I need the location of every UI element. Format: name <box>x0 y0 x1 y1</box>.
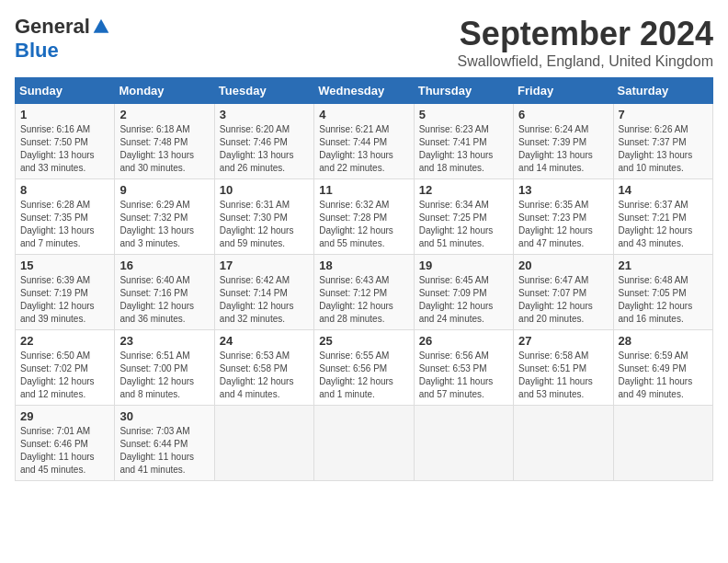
week-row-2: 8Sunrise: 6:28 AM Sunset: 7:35 PM Daylig… <box>16 179 713 255</box>
day-number: 13 <box>518 183 608 197</box>
day-info: Sunrise: 6:48 AM Sunset: 7:05 PM Dayligh… <box>619 274 708 326</box>
day-cell-28: 28Sunrise: 6:59 AM Sunset: 6:49 PM Dayli… <box>613 330 712 406</box>
day-number: 2 <box>119 108 209 121</box>
day-info: Sunrise: 6:24 AM Sunset: 7:39 PM Dayligh… <box>518 123 608 175</box>
day-cell-6: 6Sunrise: 6:24 AM Sunset: 7:39 PM Daylig… <box>514 104 613 179</box>
day-cell-7: 7Sunrise: 6:26 AM Sunset: 7:37 PM Daylig… <box>613 104 712 179</box>
empty-cell <box>214 406 313 481</box>
day-info: Sunrise: 7:01 AM Sunset: 6:46 PM Dayligh… <box>20 425 109 477</box>
day-info: Sunrise: 6:51 AM Sunset: 7:00 PM Dayligh… <box>119 350 209 401</box>
day-info: Sunrise: 6:21 AM Sunset: 7:44 PM Dayligh… <box>319 123 408 175</box>
day-cell-18: 18Sunrise: 6:43 AM Sunset: 7:12 PM Dayli… <box>314 255 414 330</box>
day-cell-20: 20Sunrise: 6:47 AM Sunset: 7:07 PM Dayli… <box>514 255 613 330</box>
weekday-header-sunday: Sunday <box>16 78 115 104</box>
day-cell-29: 29Sunrise: 7:01 AM Sunset: 6:46 PM Dayli… <box>16 406 115 481</box>
day-number: 28 <box>619 334 708 348</box>
day-number: 30 <box>119 409 209 423</box>
day-cell-25: 25Sunrise: 6:55 AM Sunset: 6:56 PM Dayli… <box>314 330 414 406</box>
day-number: 5 <box>419 108 508 121</box>
empty-cell <box>414 406 513 481</box>
day-number: 14 <box>619 183 708 197</box>
day-number: 3 <box>220 108 309 121</box>
day-cell-27: 27Sunrise: 6:58 AM Sunset: 6:51 PM Dayli… <box>514 330 613 406</box>
day-number: 21 <box>619 259 708 272</box>
calendar-table: SundayMondayTuesdayWednesdayThursdayFrid… <box>15 77 713 481</box>
empty-cell <box>613 406 712 481</box>
day-cell-13: 13Sunrise: 6:35 AM Sunset: 7:23 PM Dayli… <box>514 179 613 255</box>
day-info: Sunrise: 6:35 AM Sunset: 7:23 PM Dayligh… <box>518 199 608 250</box>
logo: General Blue <box>15 15 110 63</box>
day-info: Sunrise: 6:42 AM Sunset: 7:14 PM Dayligh… <box>220 274 309 326</box>
day-info: Sunrise: 6:31 AM Sunset: 7:30 PM Dayligh… <box>220 199 309 250</box>
day-info: Sunrise: 6:20 AM Sunset: 7:46 PM Dayligh… <box>220 123 309 175</box>
day-cell-16: 16Sunrise: 6:40 AM Sunset: 7:16 PM Dayli… <box>115 255 214 330</box>
day-info: Sunrise: 6:16 AM Sunset: 7:50 PM Dayligh… <box>20 123 109 175</box>
day-number: 25 <box>319 334 408 348</box>
week-row-5: 29Sunrise: 7:01 AM Sunset: 6:46 PM Dayli… <box>16 406 713 481</box>
day-number: 15 <box>20 259 109 272</box>
day-info: Sunrise: 7:03 AM Sunset: 6:44 PM Dayligh… <box>119 425 209 477</box>
day-info: Sunrise: 6:32 AM Sunset: 7:28 PM Dayligh… <box>319 199 408 250</box>
weekday-header-thursday: Thursday <box>414 78 513 104</box>
week-row-4: 22Sunrise: 6:50 AM Sunset: 7:02 PM Dayli… <box>16 330 713 406</box>
day-number: 11 <box>319 183 408 197</box>
day-number: 17 <box>220 259 309 272</box>
day-number: 24 <box>220 334 309 348</box>
day-info: Sunrise: 6:39 AM Sunset: 7:19 PM Dayligh… <box>20 274 109 326</box>
day-cell-11: 11Sunrise: 6:32 AM Sunset: 7:28 PM Dayli… <box>314 179 414 255</box>
weekday-header-friday: Friday <box>514 78 613 104</box>
day-info: Sunrise: 6:40 AM Sunset: 7:16 PM Dayligh… <box>119 274 209 326</box>
weekday-header-tuesday: Tuesday <box>214 78 313 104</box>
day-number: 22 <box>20 334 109 348</box>
week-row-3: 15Sunrise: 6:39 AM Sunset: 7:19 PM Dayli… <box>16 255 713 330</box>
title-area: September 2024 Swallowfield, England, Un… <box>458 15 713 70</box>
day-info: Sunrise: 6:34 AM Sunset: 7:25 PM Dayligh… <box>419 199 508 250</box>
day-info: Sunrise: 6:29 AM Sunset: 7:32 PM Dayligh… <box>119 199 209 250</box>
day-cell-21: 21Sunrise: 6:48 AM Sunset: 7:05 PM Dayli… <box>613 255 712 330</box>
day-number: 18 <box>319 259 408 272</box>
day-number: 16 <box>119 259 209 272</box>
day-info: Sunrise: 6:53 AM Sunset: 6:58 PM Dayligh… <box>220 350 309 401</box>
day-info: Sunrise: 6:59 AM Sunset: 6:49 PM Dayligh… <box>619 350 708 401</box>
day-info: Sunrise: 6:55 AM Sunset: 6:56 PM Dayligh… <box>319 350 408 401</box>
day-cell-24: 24Sunrise: 6:53 AM Sunset: 6:58 PM Dayli… <box>214 330 313 406</box>
day-number: 10 <box>220 183 309 197</box>
day-number: 27 <box>518 334 608 348</box>
location-title: Swallowfield, England, United Kingdom <box>458 53 713 70</box>
logo-blue-text: Blue <box>15 39 59 63</box>
day-cell-5: 5Sunrise: 6:23 AM Sunset: 7:41 PM Daylig… <box>414 104 513 179</box>
day-cell-12: 12Sunrise: 6:34 AM Sunset: 7:25 PM Dayli… <box>414 179 513 255</box>
day-info: Sunrise: 6:58 AM Sunset: 6:51 PM Dayligh… <box>518 350 608 401</box>
day-cell-10: 10Sunrise: 6:31 AM Sunset: 7:30 PM Dayli… <box>214 179 313 255</box>
day-number: 19 <box>419 259 508 272</box>
empty-cell <box>314 406 414 481</box>
day-info: Sunrise: 6:23 AM Sunset: 7:41 PM Dayligh… <box>419 123 508 175</box>
day-number: 23 <box>119 334 209 348</box>
day-cell-15: 15Sunrise: 6:39 AM Sunset: 7:19 PM Dayli… <box>16 255 115 330</box>
day-info: Sunrise: 6:50 AM Sunset: 7:02 PM Dayligh… <box>20 350 109 401</box>
weekday-header-row: SundayMondayTuesdayWednesdayThursdayFrid… <box>16 78 713 104</box>
day-cell-1: 1Sunrise: 6:16 AM Sunset: 7:50 PM Daylig… <box>16 104 115 179</box>
day-info: Sunrise: 6:37 AM Sunset: 7:21 PM Dayligh… <box>619 199 708 250</box>
day-number: 12 <box>419 183 508 197</box>
day-info: Sunrise: 6:18 AM Sunset: 7:48 PM Dayligh… <box>119 123 209 175</box>
day-info: Sunrise: 6:47 AM Sunset: 7:07 PM Dayligh… <box>518 274 608 326</box>
day-cell-4: 4Sunrise: 6:21 AM Sunset: 7:44 PM Daylig… <box>314 104 414 179</box>
day-cell-22: 22Sunrise: 6:50 AM Sunset: 7:02 PM Dayli… <box>16 330 115 406</box>
day-number: 29 <box>20 409 109 423</box>
day-cell-30: 30Sunrise: 7:03 AM Sunset: 6:44 PM Dayli… <box>115 406 214 481</box>
day-cell-3: 3Sunrise: 6:20 AM Sunset: 7:46 PM Daylig… <box>214 104 313 179</box>
day-cell-17: 17Sunrise: 6:42 AM Sunset: 7:14 PM Dayli… <box>214 255 313 330</box>
day-number: 7 <box>619 108 708 121</box>
day-cell-14: 14Sunrise: 6:37 AM Sunset: 7:21 PM Dayli… <box>613 179 712 255</box>
week-row-1: 1Sunrise: 6:16 AM Sunset: 7:50 PM Daylig… <box>16 104 713 179</box>
day-number: 26 <box>419 334 508 348</box>
empty-cell <box>514 406 613 481</box>
weekday-header-wednesday: Wednesday <box>314 78 414 104</box>
logo-icon <box>92 17 110 36</box>
day-cell-2: 2Sunrise: 6:18 AM Sunset: 7:48 PM Daylig… <box>115 104 214 179</box>
weekday-header-monday: Monday <box>115 78 214 104</box>
day-number: 8 <box>20 183 109 197</box>
day-cell-19: 19Sunrise: 6:45 AM Sunset: 7:09 PM Dayli… <box>414 255 513 330</box>
day-cell-26: 26Sunrise: 6:56 AM Sunset: 6:53 PM Dayli… <box>414 330 513 406</box>
